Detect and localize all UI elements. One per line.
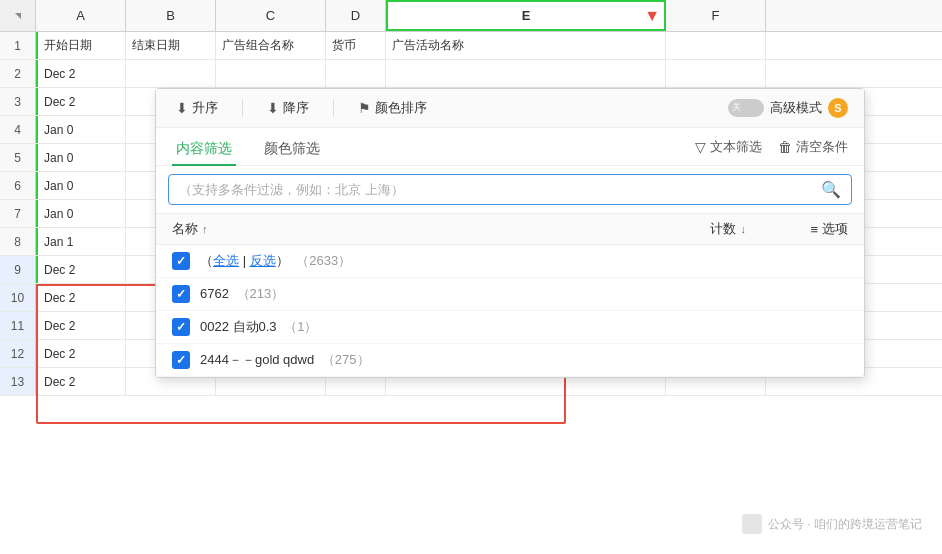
row-number: 13 xyxy=(0,368,36,395)
cell-12-a[interactable]: Dec 2 xyxy=(36,340,126,367)
row-number: 12 xyxy=(0,340,36,367)
trash-icon: 🗑 xyxy=(778,139,792,155)
cell-9-a[interactable]: Dec 2 xyxy=(36,256,126,283)
color-sort-button[interactable]: ⚑ 颜色排序 xyxy=(354,97,431,119)
filter-item-text: 2444－－gold qdwd xyxy=(200,352,314,367)
col-header-c[interactable]: C xyxy=(216,0,326,31)
filter-item-count: （275） xyxy=(322,352,370,367)
filter-actions: ▽ 文本筛选 🗑 清空条件 xyxy=(695,138,848,162)
row-number: 9 xyxy=(0,256,36,283)
list-col-name-header: 名称 ↑ xyxy=(172,220,710,238)
list-item[interactable]: 2444－－gold qdwd （275） xyxy=(156,344,864,377)
checkbox-item-3[interactable] xyxy=(172,351,190,369)
search-icon: 🔍 xyxy=(821,180,841,199)
col-header-a[interactable]: A xyxy=(36,0,126,31)
sort-row: ⬇ 升序 ⬇ 降序 ⚑ 颜色排序 高级模式 S xyxy=(156,89,864,128)
cell-6-a[interactable]: Jan 0 xyxy=(36,172,126,199)
checkbox-item-2[interactable] xyxy=(172,318,190,336)
clear-conditions-label: 清空条件 xyxy=(796,138,848,156)
filter-item-count: （1） xyxy=(284,319,317,334)
cell-2-c[interactable] xyxy=(216,60,326,87)
row-number: 5 xyxy=(0,144,36,171)
sort-divider-2 xyxy=(333,99,334,117)
count-sort-indicator: ↓ xyxy=(740,223,746,235)
color-sort-icon: ⚑ xyxy=(358,100,371,116)
cell-7-a[interactable]: Jan 0 xyxy=(36,200,126,227)
dropdown-arrow-icon[interactable]: ▼ xyxy=(644,7,660,25)
row-number: 4 xyxy=(0,116,36,143)
list-col-count-header: 计数 ↓ xyxy=(710,220,810,238)
cell-2-f[interactable] xyxy=(666,60,766,87)
row-number: 1 xyxy=(0,32,36,59)
sort-asc-icon: ⬇ xyxy=(176,100,188,116)
filter-list: （全选 | 反选） （2633） 6762 （213） 0022 自动0.3 xyxy=(156,245,864,377)
checkbox-item-1[interactable] xyxy=(172,285,190,303)
list-item[interactable]: 0022 自动0.3 （1） xyxy=(156,311,864,344)
col-name-label: 名称 xyxy=(172,220,198,238)
search-row: （支持多条件过滤，例如：北京 上海） 🔍 xyxy=(156,166,864,214)
row-number: 10 xyxy=(0,284,36,311)
cell-1-d[interactable]: 货币 xyxy=(326,32,386,59)
column-headers-row: A B C D E ▼ F xyxy=(0,0,942,32)
advanced-mode-toggle[interactable]: 高级模式 S xyxy=(728,98,848,118)
name-sort-indicator: ↑ xyxy=(202,223,208,235)
toggle-off-icon[interactable] xyxy=(728,99,764,117)
filter-item-count: （213） xyxy=(237,286,285,301)
col-header-b[interactable]: B xyxy=(126,0,216,31)
list-header: 名称 ↑ 计数 ↓ ≡ 选项 xyxy=(156,214,864,245)
cell-1-b[interactable]: 结束日期 xyxy=(126,32,216,59)
spreadsheet: A B C D E ▼ F 1 开始日期 结束日期 广告组合名称 货币 广告活动… xyxy=(0,0,942,554)
cell-10-a[interactable]: Dec 2 xyxy=(36,284,126,311)
text-filter-label: 文本筛选 xyxy=(710,138,762,156)
cell-1-a[interactable]: 开始日期 xyxy=(36,32,126,59)
row-number: 2 xyxy=(0,60,36,87)
cell-13-a[interactable]: Dec 2 xyxy=(36,368,126,395)
cell-11-a[interactable]: Dec 2 xyxy=(36,312,126,339)
search-box[interactable]: （支持多条件过滤，例如：北京 上海） 🔍 xyxy=(168,174,852,205)
watermark: 公众号 · 咱们的跨境运营笔记 xyxy=(742,514,922,534)
clear-conditions-button[interactable]: 🗑 清空条件 xyxy=(778,138,848,156)
cell-2-e[interactable] xyxy=(386,60,666,87)
cell-2-d[interactable] xyxy=(326,60,386,87)
sort-asc-label: 升序 xyxy=(192,99,218,117)
filter-icon: ▽ xyxy=(695,139,706,155)
sort-asc-button[interactable]: ⬇ 升序 xyxy=(172,97,222,119)
table-row: 1 开始日期 结束日期 广告组合名称 货币 广告活动名称 xyxy=(0,32,942,60)
filter-item-label: （全选 | 反选） （2633） xyxy=(200,252,848,270)
sort-desc-button[interactable]: ⬇ 降序 xyxy=(263,97,313,119)
filter-item-text: 6762 xyxy=(200,286,229,301)
options-label: 选项 xyxy=(822,220,848,238)
filter-item-label: 0022 自动0.3 （1） xyxy=(200,318,848,336)
cell-8-a[interactable]: Jan 1 xyxy=(36,228,126,255)
list-item[interactable]: 6762 （213） xyxy=(156,278,864,311)
col-header-d[interactable]: D xyxy=(326,0,386,31)
cell-4-a[interactable]: Jan 0 xyxy=(36,116,126,143)
cell-1-e[interactable]: 广告活动名称 xyxy=(386,32,666,59)
col-count-label: 计数 xyxy=(710,220,736,238)
cell-5-a[interactable]: Jan 0 xyxy=(36,144,126,171)
text-filter-button[interactable]: ▽ 文本筛选 xyxy=(695,138,762,156)
search-placeholder-text: （支持多条件过滤，例如：北京 上海） xyxy=(179,181,821,199)
all-select-link[interactable]: 全选 xyxy=(213,253,239,268)
options-button[interactable]: ≡ 选项 xyxy=(810,220,848,238)
cell-2-b[interactable] xyxy=(126,60,216,87)
table-row: 2 Dec 2 xyxy=(0,60,942,88)
cell-1-c[interactable]: 广告组合名称 xyxy=(216,32,326,59)
list-item[interactable]: （全选 | 反选） （2633） xyxy=(156,245,864,278)
row-number: 8 xyxy=(0,228,36,255)
tab-color-filter[interactable]: 颜色筛选 xyxy=(260,134,324,166)
corner-cell xyxy=(0,0,36,31)
filter-item-label: 2444－－gold qdwd （275） xyxy=(200,351,848,369)
invert-select-link[interactable]: 反选 xyxy=(250,253,276,268)
checkbox-all[interactable] xyxy=(172,252,190,270)
sort-divider xyxy=(242,99,243,117)
watermark-text: 公众号 · 咱们的跨境运营笔记 xyxy=(768,516,922,533)
tab-content-filter[interactable]: 内容筛选 xyxy=(172,134,236,166)
col-header-e[interactable]: E ▼ xyxy=(386,0,666,31)
cell-3-a[interactable]: Dec 2 xyxy=(36,88,126,115)
col-header-f[interactable]: F xyxy=(666,0,766,31)
sort-desc-label: 降序 xyxy=(283,99,309,117)
cell-2-a[interactable]: Dec 2 xyxy=(36,60,126,87)
filter-item-label: 6762 （213） xyxy=(200,285,848,303)
cell-1-f[interactable] xyxy=(666,32,766,59)
